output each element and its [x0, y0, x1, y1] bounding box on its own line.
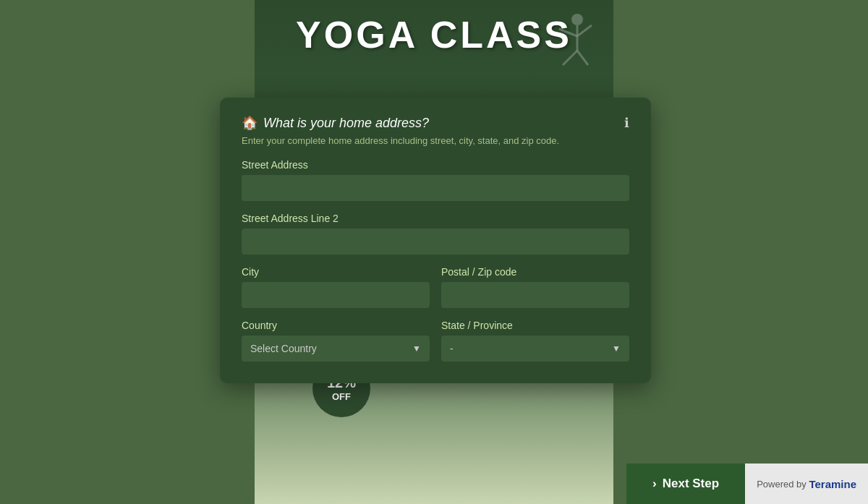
country-select[interactable]: Select Country United States Canada Unit…: [242, 336, 430, 362]
state-select[interactable]: - Alabama Alaska Arizona California New …: [441, 336, 629, 362]
home-icon: 🏠: [242, 115, 258, 131]
form-title: What is your home address?: [263, 116, 624, 131]
country-label: Country: [242, 320, 430, 331]
city-input[interactable]: [242, 282, 430, 308]
next-step-button[interactable]: › Next Step: [626, 464, 745, 504]
state-label: State / Province: [441, 320, 629, 331]
yoga-figure-decoration: [537, 11, 595, 86]
svg-point-0: [571, 14, 583, 25]
street-address-input[interactable]: [242, 175, 629, 201]
svg-line-3: [577, 25, 592, 36]
street-address-label: Street Address: [242, 159, 629, 171]
state-select-wrapper: - Alabama Alaska Arizona California New …: [441, 336, 629, 362]
powered-by-section: Powered by Teramine: [745, 464, 868, 504]
city-label: City: [242, 266, 430, 278]
form-subtitle: Enter your complete home address includi…: [242, 135, 629, 146]
postal-input[interactable]: [441, 282, 629, 308]
country-select-wrapper: Select Country United States Canada Unit…: [242, 336, 430, 362]
street-address-line2-label: Street Address Line 2: [242, 213, 629, 224]
svg-line-5: [577, 51, 588, 65]
next-step-label: Next Step: [663, 477, 719, 491]
city-postal-row: City Postal / Zip code: [242, 266, 629, 308]
footer-bar: › Next Step Powered by Teramine: [626, 464, 868, 504]
form-header: 🏠 What is your home address? ℹ: [242, 115, 629, 131]
info-icon[interactable]: ℹ: [624, 115, 629, 131]
country-state-row: Country Select Country United States Can…: [242, 320, 629, 362]
powered-by-label: Powered by: [757, 479, 807, 490]
street-address-line2-input[interactable]: [242, 228, 629, 255]
discount-off: OFF: [332, 391, 351, 402]
svg-line-4: [563, 51, 577, 65]
city-field-group: City: [242, 266, 430, 308]
state-field-group: State / Province - Alabama Alaska Arizon…: [441, 320, 629, 362]
postal-field-group: Postal / Zip code: [441, 266, 629, 308]
postal-label: Postal / Zip code: [441, 266, 629, 278]
teramine-brand: Teramine: [809, 478, 856, 490]
svg-line-2: [559, 29, 577, 36]
country-field-group: Country Select Country United States Can…: [242, 320, 430, 362]
next-step-arrow: ›: [652, 477, 657, 491]
address-form-card: 🏠 What is your home address? ℹ Enter you…: [220, 98, 651, 383]
